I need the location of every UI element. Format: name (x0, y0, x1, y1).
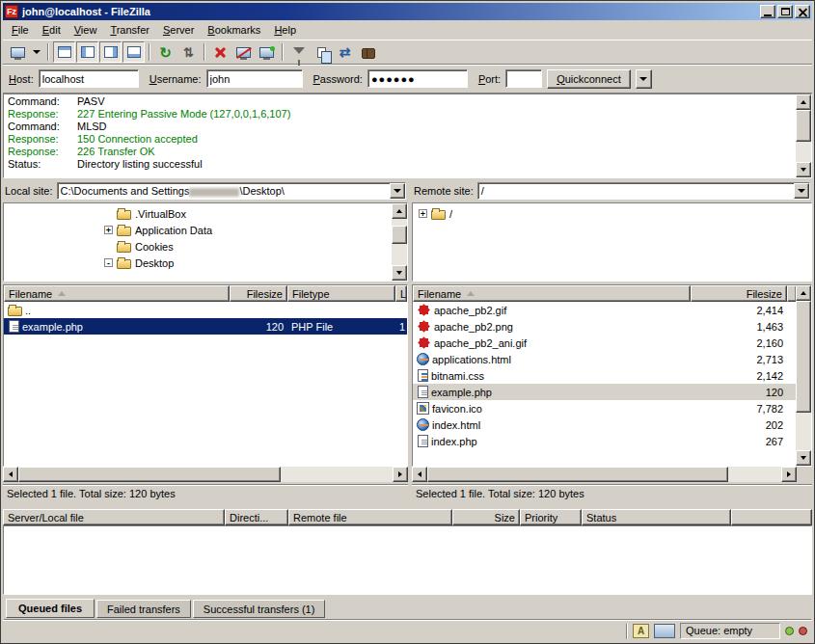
scrollbar-thumb[interactable] (18, 467, 281, 482)
menu-bookmarks[interactable]: Bookmarks (201, 21, 267, 39)
tree-item-desktop[interactable]: -Desktop (4, 255, 392, 271)
password-input[interactable] (367, 69, 468, 88)
compare-button[interactable] (311, 41, 333, 63)
scrollbar-track[interactable] (427, 467, 781, 482)
file-row-parent-directory[interactable]: .. (4, 302, 407, 318)
tree-item-cookies[interactable]: Cookies (4, 238, 392, 255)
local-list-hscrollbar[interactable] (3, 467, 408, 482)
scrollbar-thumb[interactable] (392, 226, 407, 244)
port-input[interactable] (505, 69, 542, 88)
scrollbar-track[interactable] (392, 219, 407, 265)
toggle-local-tree-button[interactable] (76, 41, 98, 63)
expander-icon[interactable]: - (104, 258, 113, 267)
scrollbar-right-button[interactable] (393, 467, 408, 482)
file-row[interactable]: applications.html 2,713 (413, 351, 796, 367)
speed-limits-icon[interactable] (654, 624, 675, 638)
file-row-selected[interactable]: example.php 120 (413, 384, 796, 400)
tree-item-virtualbox[interactable]: .VirtualBox (4, 205, 392, 222)
filezilla-logo-icon[interactable]: Fz (5, 5, 18, 18)
menu-server[interactable]: Server (156, 21, 201, 39)
scrollbar-up-button[interactable] (392, 203, 407, 219)
tab-queued-files[interactable]: Queued files (6, 599, 95, 618)
column-header-filesize[interactable]: Filesize (230, 285, 287, 302)
file-row[interactable]: apache_pb2.png 1,463 (413, 318, 796, 335)
scrollbar-down-button[interactable] (796, 450, 811, 466)
column-header-server-local-file[interactable]: Server/Local file (3, 509, 225, 525)
scrollbar-thumb[interactable] (427, 467, 728, 482)
scrollbar-down-button[interactable] (392, 265, 407, 281)
scrollbar-up-button[interactable] (796, 94, 811, 110)
column-header-remote-file[interactable]: Remote file (288, 509, 452, 525)
toggle-queue-button[interactable] (122, 41, 145, 63)
menu-edit[interactable]: Edit (36, 21, 68, 39)
scrollbar-track[interactable] (18, 467, 393, 482)
process-queue-button[interactable] (177, 41, 200, 63)
scrollbar-right-button[interactable] (781, 467, 797, 482)
file-row-example-php[interactable]: example.php 120 PHP File 1 (4, 318, 407, 335)
column-header-size[interactable]: Size (452, 509, 520, 525)
menu-transfer[interactable]: Transfer (103, 21, 156, 39)
menu-file[interactable]: File (5, 21, 36, 39)
expander-icon[interactable]: + (104, 226, 113, 234)
tab-failed-transfers[interactable]: Failed transfers (96, 600, 191, 618)
expander-icon[interactable]: + (419, 209, 427, 218)
remote-path-combo[interactable]: / (477, 182, 810, 200)
site-manager-button[interactable] (7, 41, 29, 63)
scrollbar-left-button[interactable] (412, 467, 427, 482)
remote-list-scrollbar[interactable] (796, 285, 811, 466)
column-header-status[interactable]: Status (582, 509, 731, 525)
file-row[interactable]: index.php 267 (413, 433, 796, 449)
scrollbar-thumb[interactable] (796, 110, 811, 142)
remote-path-dropdown-button[interactable] (794, 183, 809, 199)
file-row[interactable]: index.html 202 (413, 416, 796, 433)
scrollbar-down-button[interactable] (796, 162, 811, 177)
local-path-combo[interactable]: C:\Documents and Settings\Desktop\ (57, 182, 406, 200)
queue-body[interactable] (3, 525, 812, 595)
scrollbar-up-button[interactable] (796, 285, 811, 301)
filter-button[interactable] (287, 41, 310, 63)
menu-view[interactable]: View (68, 21, 104, 39)
site-manager-dropdown-button[interactable] (30, 41, 43, 63)
log-scrollbar[interactable] (796, 94, 811, 177)
scrollbar-track[interactable] (796, 301, 811, 450)
toggle-remote-tree-button[interactable] (99, 41, 122, 63)
file-row[interactable]: favicon.ico 7,782 (413, 400, 796, 416)
local-tree-scrollbar[interactable] (392, 203, 407, 281)
file-row[interactable]: apache_pb2_ani.gif 2,160 (413, 335, 796, 351)
column-header-filetype[interactable]: Filetype (287, 285, 395, 302)
tree-item-root[interactable]: +/ (413, 205, 811, 222)
tab-successful-transfers[interactable]: Successful transfers (1) (193, 600, 326, 618)
column-header-last-modified[interactable]: L (395, 285, 407, 302)
file-row[interactable]: bitnami.css 2,142 (413, 367, 796, 384)
synchronized-browsing-button[interactable] (334, 41, 356, 63)
minimize-button[interactable] (760, 5, 775, 18)
column-header-filesize[interactable]: Filesize (691, 285, 787, 302)
tree-item-application-data[interactable]: +Application Data (4, 222, 392, 238)
host-input[interactable] (39, 69, 139, 88)
cancel-button[interactable] (209, 41, 231, 63)
refresh-button[interactable] (154, 41, 177, 63)
remote-list-hscrollbar[interactable] (412, 467, 797, 482)
menu-help[interactable]: Help (267, 21, 303, 39)
close-button[interactable] (795, 5, 810, 18)
title-bar[interactable]: Fz john@localhost - FileZilla (3, 3, 812, 20)
ascii-data-type-icon[interactable]: A (633, 624, 649, 638)
scrollbar-thumb[interactable] (796, 301, 811, 413)
maximize-button[interactable] (777, 5, 793, 18)
column-header-direction[interactable]: Directi... (225, 509, 288, 525)
find-button[interactable] (357, 41, 379, 63)
toggle-message-log-button[interactable] (53, 41, 75, 63)
quickconnect-dropdown-button[interactable] (636, 69, 652, 89)
column-header-label: Size (495, 512, 515, 523)
disconnect-button[interactable] (232, 41, 255, 63)
column-header-filename[interactable]: Filename (4, 285, 230, 302)
quickconnect-button[interactable]: Quickconnect (547, 69, 631, 89)
scrollbar-left-button[interactable] (3, 467, 18, 482)
reconnect-button[interactable] (256, 41, 278, 63)
username-input[interactable] (206, 69, 303, 88)
file-row[interactable]: apache_pb2.gif 2,414 (413, 302, 796, 318)
local-path-dropdown-button[interactable] (390, 183, 405, 199)
column-header-priority[interactable]: Priority (520, 509, 582, 525)
column-header-filename[interactable]: Filename (413, 285, 691, 302)
scrollbar-track[interactable] (796, 110, 811, 162)
